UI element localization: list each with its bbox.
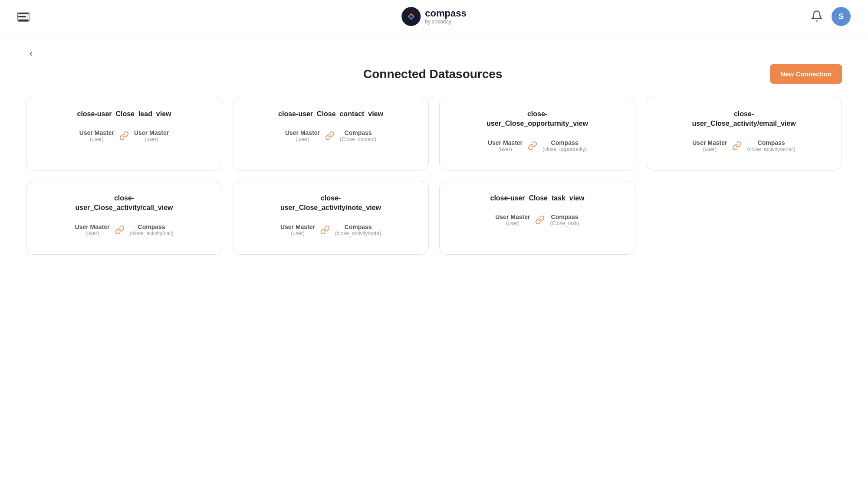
card-6-target: Compass (close_activity/note)	[335, 223, 381, 236]
cards-row-2: close-user_Close_activity/call_view User…	[26, 181, 842, 255]
card-2-connection: User Master (user) Compass (Close_contac…	[285, 129, 376, 142]
card-7-connection: User Master (user) Compass (Close_task)	[495, 213, 579, 226]
hamburger-menu-button[interactable]	[17, 12, 30, 22]
card-1-source: User Master (user)	[79, 129, 114, 142]
card-6-title: close-user_Close_activity/note_view	[280, 193, 381, 213]
notifications-button[interactable]	[809, 8, 825, 25]
card-5-connection: User Master (user) Compass (close_activi…	[75, 223, 174, 236]
datasource-card-4[interactable]: close-user_Close_activity/email_view Use…	[646, 97, 842, 170]
datasource-card-1[interactable]: close-user_Close_lead_view User Master (…	[26, 97, 222, 170]
brand-sub: by xoxoday	[425, 19, 466, 25]
card-3-source: User Master (user)	[488, 139, 523, 152]
header-center: compass by xoxoday	[401, 7, 466, 26]
card-1-connection: User Master (user) User Master (user)	[79, 129, 169, 142]
card-7-target: Compass (Close_task)	[550, 213, 579, 226]
datasource-card-3[interactable]: close-user_Close_opporturnity_view User …	[439, 97, 635, 170]
link-icon	[115, 225, 125, 235]
header-right: S	[809, 7, 851, 26]
link-icon	[320, 225, 330, 235]
card-1-target: User Master (user)	[134, 129, 169, 142]
card-6-source: User Master (user)	[280, 223, 315, 236]
card-3-connection: User Master (user) Compass (close_oppurt…	[488, 139, 587, 152]
back-button[interactable]: ‹	[26, 46, 36, 60]
link-icon	[528, 141, 537, 151]
datasource-card-2[interactable]: close-user_Close_contact_view User Maste…	[233, 97, 429, 170]
cards-row-1: close-user_Close_lead_view User Master (…	[26, 97, 842, 170]
card-4-title: close-user_Close_activity/email_view	[692, 109, 796, 129]
card-2-source: User Master (user)	[285, 129, 320, 142]
card-3-target: Compass (close_oppurtunity)	[542, 139, 587, 152]
card-2-title: close-user_Close_contact_view	[278, 109, 383, 119]
card-6-connection: User Master (user) Compass (close_activi…	[280, 223, 381, 236]
card-4-source: User Master (user)	[692, 139, 727, 152]
page-title-row: Connected Datasources New Connection	[26, 64, 842, 84]
brand-text: compass by xoxoday	[425, 8, 466, 25]
card-3-title: close-user_Close_opporturnity_view	[487, 109, 588, 129]
link-icon	[119, 131, 129, 141]
card-4-connection: User Master (user) Compass (close_activi…	[692, 139, 796, 152]
link-icon	[535, 215, 545, 225]
svg-point-0	[405, 11, 417, 22]
page-title: Connected Datasources	[95, 67, 770, 81]
logo-icon	[401, 7, 421, 26]
card-4-target: Compass (close_activity/email)	[747, 139, 795, 152]
card-5-target: Compass (close_activity/call)	[130, 223, 174, 236]
datasource-card-7[interactable]: close-user_Close_task_view User Master (…	[439, 181, 635, 255]
card-5-title: close-user_Close_activity/call_view	[75, 193, 173, 213]
header-left	[17, 12, 30, 22]
datasource-card-6[interactable]: close-user_Close_activity/note_view User…	[233, 181, 429, 255]
avatar[interactable]: S	[832, 7, 851, 26]
card-7-title: close-user_Close_task_view	[490, 193, 584, 203]
brand-name: compass	[425, 8, 466, 19]
card-2-target: Compass (Close_contact)	[340, 129, 376, 142]
header: compass by xoxoday S	[0, 0, 868, 33]
new-connection-button[interactable]: New Connection	[770, 64, 842, 84]
card-5-source: User Master (user)	[75, 223, 110, 236]
datasource-card-5[interactable]: close-user_Close_activity/call_view User…	[26, 181, 222, 255]
card-1-title: close-user_Close_lead_view	[77, 109, 171, 119]
link-icon	[732, 141, 742, 151]
main-content: ‹ Connected Datasources New Connection c…	[0, 33, 868, 268]
card-7-source: User Master (user)	[495, 213, 530, 226]
link-icon	[325, 131, 335, 141]
